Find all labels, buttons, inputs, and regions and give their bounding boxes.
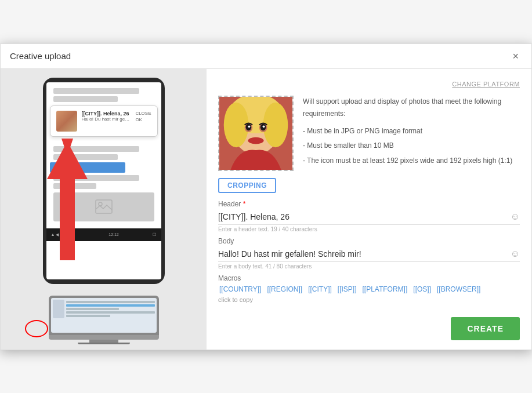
notif-actions: CLOSE OK <box>135 111 151 122</box>
body-label: Body <box>218 237 520 245</box>
notif-body: Hallo! Du hast mir gefallen! Schrei... <box>82 117 131 122</box>
modal-title: Creative upload <box>10 51 71 61</box>
circle-highlight <box>25 320 48 337</box>
laptop-bar-blue <box>66 304 155 307</box>
image-upload-box[interactable] <box>218 96 294 171</box>
notification-popup: [[CITY]]. Helena, 26 Hallo! Du hast mir … <box>50 105 158 137</box>
laptop-foot <box>78 343 130 344</box>
header-field-group: Header * ☺ Enter a header text. 19 / 40 … <box>218 200 520 232</box>
blue-bar <box>50 162 125 173</box>
notif-content: [[CITY]]. Helena, 26 Hallo! Du hast mir … <box>82 111 131 122</box>
laptop-bar <box>66 311 155 314</box>
close-button[interactable]: × <box>509 50 522 63</box>
laptop-mockup <box>49 296 159 344</box>
svg-point-1 <box>99 202 102 206</box>
create-button-area: CREATE <box>218 315 520 340</box>
create-button[interactable]: CREATE <box>451 317 520 340</box>
phone-time: 12:12 <box>108 232 119 236</box>
macros-section: Macros [[COUNTRY]] [[REGION]] [[CITY]] [… <box>218 274 520 303</box>
macro-browser[interactable]: [[BROWSER]] <box>436 285 482 294</box>
phone-bar <box>53 175 140 181</box>
emoji-icon-body[interactable]: ☺ <box>511 249 520 259</box>
body-input-wrapper: ☺ <box>218 246 520 262</box>
platform-section: CHANGE PLATFORM <box>218 78 520 89</box>
phone-mockup: [[CITY]]. Helena, 26 Hallo! Du hast mir … <box>43 78 165 284</box>
form-section: Header * ☺ Enter a header text. 19 / 40 … <box>218 200 520 303</box>
notif-title: [[CITY]]. Helena, 26 <box>82 111 131 117</box>
phone-bar <box>53 183 96 189</box>
left-panel: [[CITY]]. Helena, 26 Hallo! Du hast mir … <box>1 69 207 350</box>
requirements-section: Will support upload and display of photo… <box>303 96 520 170</box>
laptop-area <box>1 296 207 344</box>
header-label: Header * <box>218 200 520 208</box>
laptop-screen-outer <box>49 296 159 335</box>
phone-notif-icon: ☐ <box>153 232 156 237</box>
emoji-icon[interactable]: ☺ <box>511 212 520 222</box>
phone-screen: [[CITY]]. Helena, 26 Hallo! Du hast mir … <box>46 82 161 279</box>
laptop-bar <box>66 308 120 310</box>
phone-bar <box>53 146 140 152</box>
body-field-group: Body ☺ Enter a body text. 41 / 80 charac… <box>218 237 520 270</box>
svg-point-17 <box>263 125 265 128</box>
phone-bar <box>53 154 118 160</box>
top-section: Will support upload and display of photo… <box>218 96 520 171</box>
laptop-bar <box>66 315 111 317</box>
laptop-screen-inner <box>51 298 157 333</box>
macro-isp[interactable]: [[ISP]] <box>336 285 358 294</box>
image-placeholder <box>53 192 154 221</box>
avatar-image <box>56 111 77 132</box>
laptop-sidebar <box>53 300 64 318</box>
phone-bottom-bar: ▲ ◀ ⬤ ⟲ ☺ 12:12 ☐ <box>46 228 161 241</box>
laptop-main <box>66 300 155 318</box>
phone-content-area <box>46 140 161 228</box>
body-input[interactable] <box>218 249 511 259</box>
change-platform-link[interactable]: CHANGE PLATFORM <box>452 81 520 88</box>
header-input[interactable] <box>218 212 511 221</box>
macros-label: Macros <box>218 274 520 282</box>
svg-point-18 <box>248 137 263 144</box>
notif-ok[interactable]: OK <box>135 117 151 122</box>
header-hint: Enter a header text. 19 / 40 characters <box>218 226 520 232</box>
phone-bar <box>53 96 118 102</box>
uploaded-image <box>219 96 292 171</box>
crop-button[interactable]: CROPPING <box>218 178 276 193</box>
phone-bar <box>53 88 140 94</box>
macro-city[interactable]: [[CITY]] <box>307 285 333 294</box>
macro-os[interactable]: [[OS]] <box>412 285 432 294</box>
phone-icons: ▲ ◀ ⬤ ⟲ ☺ <box>51 232 75 237</box>
laptop-stand <box>89 340 118 343</box>
macro-region[interactable]: [[REGION]] <box>266 285 303 294</box>
requirements-intro: Will support upload and display of photo… <box>303 96 520 168</box>
notif-avatar <box>56 111 77 132</box>
modal-header: Creative upload × <box>1 44 531 69</box>
crop-button-area: CROPPING <box>218 178 520 193</box>
macros-tags: [[COUNTRY]] [[REGION]] [[CITY]] [[ISP]] … <box>218 285 520 294</box>
laptop-bar <box>66 301 155 303</box>
macro-country[interactable]: [[COUNTRY]] <box>218 285 262 294</box>
modal: Creative upload × <box>0 43 532 350</box>
macro-platform[interactable]: [[PLATFORM]] <box>361 285 409 294</box>
body-hint: Enter a body text. 41 / 80 characters <box>218 263 520 270</box>
right-panel: CHANGE PLATFORM <box>207 69 531 350</box>
laptop-content <box>51 298 157 320</box>
svg-point-16 <box>248 125 250 128</box>
laptop-base <box>49 335 159 340</box>
header-input-wrapper: ☺ <box>218 209 520 225</box>
click-to-copy: click to copy <box>218 296 520 303</box>
notif-close[interactable]: CLOSE <box>135 111 151 116</box>
modal-body: [[CITY]]. Helena, 26 Hallo! Du hast mir … <box>1 69 531 350</box>
